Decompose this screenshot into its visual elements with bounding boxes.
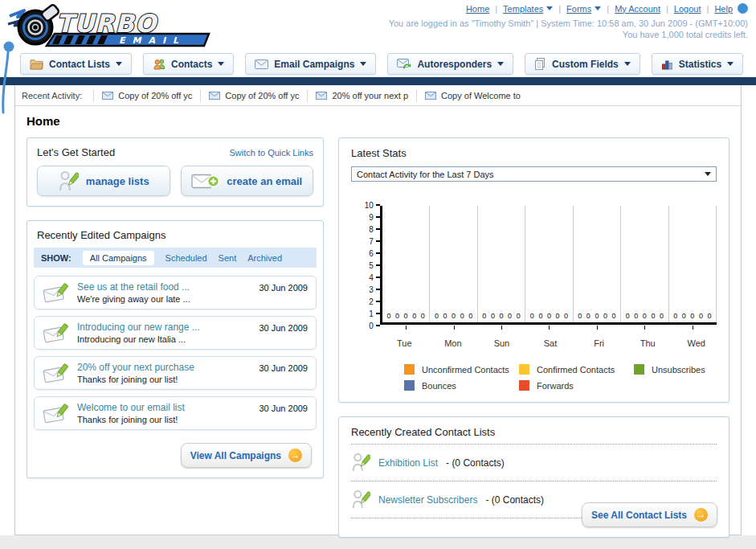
- campaign-title-link[interactable]: Introducing our new range ...: [77, 322, 251, 333]
- main-nav-tabs: Contact Lists Contacts Email Campaigns A…: [0, 53, 756, 77]
- envelope-icon: [209, 92, 220, 100]
- nav-logout-link[interactable]: Logout: [674, 4, 701, 14]
- contact-list-item[interactable]: Exhibition List - (0 Contacts): [351, 450, 717, 475]
- switch-quick-links-link[interactable]: Switch to Quick Links: [229, 148, 313, 158]
- activity-text: Copy of 20% off yc: [118, 91, 192, 100]
- tab-custom-fields[interactable]: Custom Fields: [525, 53, 640, 75]
- recent-activity-item[interactable]: Copy of Welcome to: [416, 89, 529, 102]
- dotted-divider: [351, 444, 717, 445]
- value-labels: 00000: [621, 312, 668, 320]
- nav-home-link[interactable]: Home: [466, 4, 489, 14]
- chart-day-group: 00000: [669, 206, 717, 322]
- legend-swatch: [634, 364, 644, 375]
- manage-lists-button[interactable]: manage lists: [37, 166, 170, 196]
- chart-y-axis: 109876543210: [358, 200, 380, 330]
- see-all-contact-lists-label: See All Contact Lists: [591, 510, 687, 521]
- contact-list-count: - (0 Contacts): [485, 494, 544, 506]
- tab-contacts[interactable]: Contacts: [143, 53, 234, 75]
- chart-day-group: 00000: [430, 206, 477, 322]
- chevron-down-icon: [116, 62, 122, 66]
- tab-email-campaigns[interactable]: Email Campaigns: [245, 53, 376, 75]
- chevron-down-icon: [705, 172, 711, 176]
- campaign-title-link[interactable]: 20% off your next purchase: [77, 362, 251, 373]
- turbo-email-logo: TURBO EMAIL: [6, 3, 217, 51]
- person-pencil-icon: [58, 170, 79, 192]
- campaigns-title: Recently Edited Campaigns: [37, 229, 313, 241]
- x-axis-label: Sat: [526, 338, 575, 348]
- legend-item: Unconfirmed Contacts: [404, 364, 519, 375]
- create-email-button[interactable]: create an email: [181, 166, 314, 196]
- page-title: Home: [27, 114, 729, 128]
- recent-activity-item[interactable]: 20% off your next p: [307, 89, 416, 102]
- filter-all-campaigns[interactable]: All Campaigns: [83, 251, 154, 265]
- campaign-title-link[interactable]: Welcome to our email list: [77, 402, 251, 413]
- navy-divider-bar: [0, 77, 756, 85]
- legend-swatch: [519, 364, 529, 375]
- chevron-down-icon: [218, 62, 224, 66]
- filter-sent[interactable]: Sent: [219, 253, 237, 263]
- envelope-pencil-icon: [43, 322, 70, 344]
- campaign-subtitle: Introducing our new Italia ...: [77, 334, 251, 344]
- recent-activity-item[interactable]: Copy of 20% off yc: [93, 89, 200, 102]
- chart-day-group: 00000: [525, 206, 573, 322]
- logo-subtitle-text: EMAIL: [119, 35, 186, 46]
- manage-lists-label: manage lists: [86, 175, 149, 187]
- chart-x-labels: TueMonSunSatFriThuWed: [380, 338, 721, 348]
- campaign-row[interactable]: See us at the retail food ... We're givi…: [34, 276, 317, 309]
- tab-contact-lists[interactable]: Contact Lists: [20, 53, 132, 75]
- help-bubble-icon[interactable]: [738, 3, 748, 14]
- arrow-right-icon: →: [288, 449, 302, 462]
- see-all-contact-lists-button[interactable]: See All Contact Lists →: [582, 502, 717, 527]
- legend-swatch: [519, 380, 529, 391]
- recently-edited-campaigns-panel: Recently Edited Campaigns SHOW: All Camp…: [27, 220, 324, 478]
- nav-my-account-link[interactable]: My Account: [615, 4, 660, 14]
- chart-plot: 00000000000000000000000000000000000: [380, 206, 717, 325]
- campaign-row[interactable]: Introducing our new range ... Introducin…: [34, 316, 317, 350]
- campaign-row[interactable]: 20% off your next purchase Thanks for jo…: [34, 356, 317, 390]
- contact-list-link[interactable]: Exhibition List: [378, 457, 438, 469]
- tab-autoresponders[interactable]: Autoresponders: [387, 53, 513, 75]
- contact-list-link[interactable]: Newsletter Subscribers: [378, 494, 477, 506]
- person-pencil-icon: [351, 489, 370, 510]
- campaign-subtitle: Thanks for joining our list!: [77, 375, 251, 384]
- tab-label: Custom Fields: [552, 59, 619, 70]
- chevron-down-icon: [360, 62, 366, 66]
- campaign-date: 30 Jun 2009: [259, 281, 308, 293]
- filter-scheduled[interactable]: Scheduled: [166, 253, 207, 263]
- envelope-icon: [102, 92, 113, 100]
- chevron-down-icon: [546, 6, 553, 10]
- tab-statistics[interactable]: Statistics: [652, 53, 743, 75]
- login-status-text: You are logged in as "Timothy Smith" | S…: [389, 18, 748, 28]
- chart-day-group: 00000: [574, 206, 621, 322]
- nav-templates-link[interactable]: Templates: [503, 4, 553, 14]
- campaign-date: 30 Jun 2009: [259, 402, 308, 413]
- campaign-row[interactable]: Welcome to our email list Thanks for joi…: [34, 396, 317, 430]
- stats-period-dropdown[interactable]: Contact Activity for the Last 7 Days: [351, 166, 717, 182]
- bar-chart-icon: [661, 59, 673, 70]
- x-axis-label: Thu: [623, 338, 672, 348]
- recent-activity-item[interactable]: Copy of 20% off yc: [200, 89, 307, 102]
- chevron-down-icon: [595, 6, 601, 10]
- y-axis-tick: 10: [358, 200, 380, 210]
- filter-archived[interactable]: Archived: [247, 253, 282, 263]
- tab-label: Contacts: [171, 59, 212, 70]
- get-started-title: Let's Get Started: [37, 146, 115, 158]
- pages-icon: [534, 58, 546, 70]
- value-labels: 00000: [430, 312, 476, 320]
- y-axis-tick: 4: [358, 272, 380, 282]
- y-axis-tick: 9: [358, 212, 380, 222]
- nav-forms-link[interactable]: Forms: [566, 4, 601, 14]
- campaign-title-link[interactable]: See us at the retail food ...: [77, 281, 251, 293]
- y-axis-tick: 6: [358, 248, 380, 258]
- envelope-plus-icon: [191, 172, 219, 191]
- nav-separator: |: [601, 4, 615, 14]
- y-axis-tick: 0: [358, 321, 380, 330]
- nav-separator: |: [489, 4, 503, 14]
- y-axis-tick: 5: [358, 260, 380, 270]
- nav-help-link[interactable]: Help: [714, 4, 733, 14]
- envelope-pencil-icon: [43, 363, 70, 384]
- view-all-campaigns-button[interactable]: View All Campaigns →: [181, 443, 312, 468]
- header-right: Home| Templates| Forms| My Account| Logo…: [389, 3, 748, 39]
- turbo-logo-graphic: TURBO EMAIL: [6, 3, 217, 48]
- y-axis-tick: 3: [358, 285, 380, 294]
